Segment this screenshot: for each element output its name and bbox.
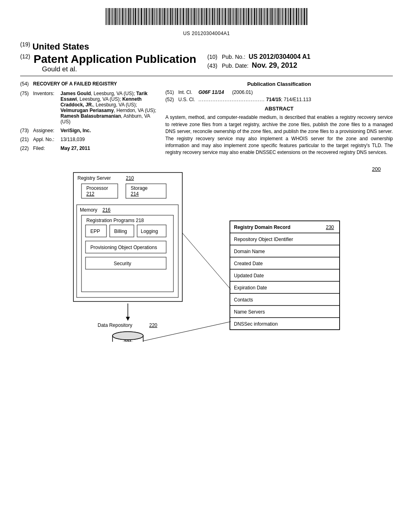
svg-rect-115 [284, 8, 284, 25]
svg-rect-100 [261, 8, 262, 25]
svg-rect-48 [180, 8, 181, 25]
filed-row: (22) Filed: May 27, 2011 [20, 145, 157, 151]
svg-rect-81 [232, 8, 232, 25]
pub-date-label: Pub. Date: [222, 62, 248, 69]
us-cl-value: ...................................... 7… [198, 97, 393, 102]
svg-rect-78 [227, 8, 227, 25]
processor-num: 212 [86, 191, 94, 197]
svg-rect-60 [198, 8, 199, 25]
data-repo-sub-num: 221 [124, 339, 132, 342]
svg-rect-74 [221, 8, 221, 25]
svg-rect-83 [234, 8, 235, 25]
pub-date-value: Nov. 29, 2012 [252, 61, 297, 70]
svg-rect-52 [186, 8, 187, 25]
svg-rect-69 [212, 8, 213, 25]
appl-value: 13/118,039 [60, 137, 157, 142]
svg-rect-127 [302, 8, 303, 25]
svg-rect-103 [265, 8, 266, 25]
us-cl-row: (52) U.S. Cl. ..........................… [165, 97, 393, 102]
svg-rect-5 [113, 8, 114, 25]
svg-rect-124 [298, 8, 299, 25]
svg-rect-10 [121, 8, 121, 25]
logging-label: Logging [141, 229, 158, 234]
svg-rect-19 [135, 8, 136, 25]
assignee-row: (73) Assignee: VeriSign, Inc. [20, 128, 157, 133]
int-cl-label: Int. Cl. [178, 89, 198, 95]
svg-rect-75 [222, 8, 223, 25]
svg-rect-14 [127, 8, 127, 25]
svg-rect-79 [228, 8, 229, 25]
svg-rect-111 [277, 8, 279, 25]
storage-num: 214 [131, 191, 139, 197]
title-54-row: (54) RECOVERY OF A FAILED REGISTRY [20, 81, 157, 87]
svg-rect-6 [115, 8, 116, 25]
int-cl-class: G06F 11/14 [198, 89, 224, 95]
data-repo-label: Data Repository [98, 322, 132, 328]
assignee-label: Assignee: [33, 128, 60, 133]
storage-label: Storage [131, 185, 148, 191]
svg-rect-96 [254, 8, 255, 25]
us-cl-label: U.S. Cl. [178, 97, 198, 102]
svg-rect-59 [197, 8, 198, 25]
svg-rect-71 [216, 8, 216, 25]
svg-rect-108 [273, 8, 274, 25]
svg-rect-30 [152, 8, 153, 25]
diagram-container: Registry Server 210 Processor 212 Storag… [20, 168, 393, 342]
pub-classif-title: Publication Classification [165, 81, 393, 87]
appl-no-row: (21) Appl. No.: 13/118,039 [20, 137, 157, 142]
header-section: (19) United States (12) Patent Applicati… [0, 38, 413, 73]
patent-app-title: Patent Application Publication [33, 53, 196, 65]
svg-rect-51 [185, 8, 185, 25]
registry-server-label: Registry Server [77, 175, 111, 181]
field6: Contacts [234, 297, 253, 303]
svg-rect-82 [233, 8, 234, 25]
svg-rect-57 [194, 8, 195, 25]
pub-no-line: (10) Pub. No.: US 2012/0304004 A1 [207, 53, 393, 60]
int-cl-year: (2006.01) [232, 89, 252, 95]
svg-rect-68 [211, 8, 211, 25]
pub-no-value: US 2012/0304004 A1 [248, 53, 310, 60]
svg-rect-22 [140, 8, 140, 25]
svg-rect-8 [118, 8, 119, 25]
svg-rect-121 [293, 8, 294, 25]
svg-rect-0 [106, 8, 106, 25]
registry-server-num: 210 [126, 175, 134, 181]
processor-label: Processor [86, 185, 108, 191]
patent-title: RECOVERY OF A FAILED REGISTRY [33, 81, 117, 87]
diagram-section: 200 Registry Server 210 Processor 212 St… [0, 156, 413, 350]
svg-rect-116 [285, 8, 286, 25]
svg-rect-36 [161, 8, 162, 25]
svg-rect-91 [246, 8, 247, 25]
num19: (19) [20, 41, 30, 48]
svg-rect-20 [137, 8, 137, 25]
svg-rect-27 [148, 8, 148, 25]
svg-rect-87 [240, 8, 241, 25]
field5: Expiration Date [234, 285, 267, 291]
svg-rect-106 [270, 8, 271, 25]
patent-page: US 20120304004A1 (19) United States (12)… [0, 0, 413, 532]
svg-rect-130 [307, 8, 307, 25]
field7: Name Servers [234, 309, 265, 315]
svg-rect-62 [201, 8, 202, 25]
num73: (73) [20, 128, 33, 133]
registry-domain-num: 230 [326, 224, 334, 230]
svg-rect-107 [271, 8, 273, 25]
svg-rect-34 [158, 8, 159, 25]
svg-rect-120 [292, 8, 292, 25]
barcode-section: US 20120304004A1 [0, 0, 413, 38]
svg-rect-45 [175, 8, 176, 25]
abstract-text: A system, method, and computer-readable … [165, 114, 393, 156]
svg-rect-50 [183, 8, 184, 25]
svg-rect-128 [304, 8, 305, 25]
svg-rect-113 [281, 8, 282, 25]
svg-rect-117 [287, 8, 288, 25]
svg-rect-28 [149, 8, 150, 25]
svg-rect-105 [269, 8, 269, 25]
reg-programs-label: Registration Programs 218 [86, 218, 144, 223]
svg-rect-4 [112, 8, 113, 25]
svg-rect-122 [295, 8, 295, 25]
body-section: (54) RECOVERY OF A FAILED REGISTRY (75) … [0, 76, 413, 156]
svg-rect-97 [256, 8, 257, 25]
svg-rect-24 [143, 8, 143, 25]
svg-rect-64 [204, 8, 205, 25]
